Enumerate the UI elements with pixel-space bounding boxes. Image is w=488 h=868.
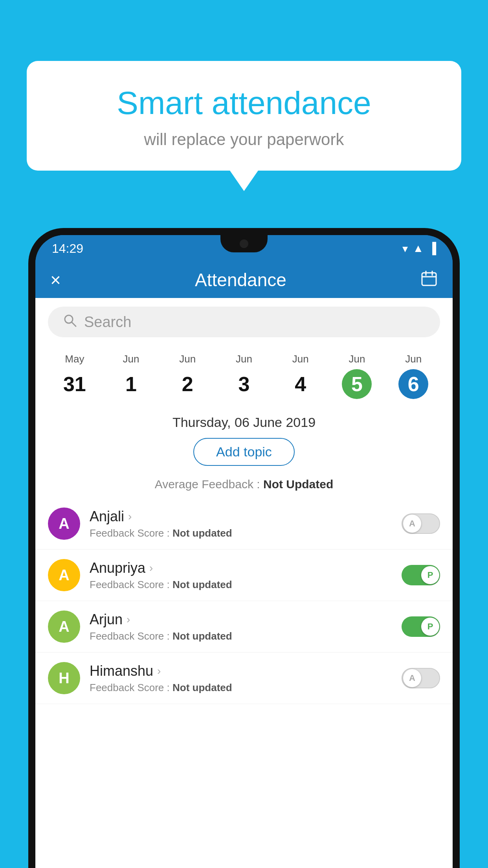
date-month: Jun	[103, 353, 160, 365]
speech-bubble: Smart attendance will replace your paper…	[27, 61, 461, 171]
student-avatar: A	[48, 611, 80, 643]
toggle-knob: P	[421, 566, 439, 584]
attendance-toggle[interactable]: P	[402, 565, 440, 585]
calendar-icon[interactable]	[420, 270, 438, 291]
student-score: Feedback Score : Not updated	[90, 579, 392, 591]
student-info: Arjun›Feedback Score : Not updated	[90, 611, 392, 642]
date-month: Jun	[159, 353, 216, 365]
avg-feedback-label: Average Feedback :	[155, 478, 263, 491]
date-cell[interactable]: Jun1	[103, 353, 160, 399]
battery-icon: ▐	[428, 242, 436, 255]
status-icons: ▾ ▲ ▐	[402, 242, 436, 255]
date-cell[interactable]: Jun3	[216, 353, 272, 399]
feedback-value: Not updated	[172, 579, 232, 590]
date-number[interactable]: 31	[60, 369, 90, 399]
toggle-knob: P	[421, 618, 439, 636]
app-title: Attendance	[73, 269, 409, 291]
avg-feedback-value: Not Updated	[263, 478, 333, 491]
toggle-wrap: A	[402, 668, 440, 688]
feedback-label: Feedback Score :	[90, 682, 172, 693]
toggle-knob: A	[403, 515, 421, 533]
date-number[interactable]: 3	[229, 369, 259, 399]
student-name-text: Anupriya	[90, 560, 145, 576]
svg-line-5	[72, 322, 76, 326]
chevron-right-icon: ›	[157, 665, 161, 677]
date-month: May	[46, 353, 103, 365]
feedback-label: Feedback Score :	[90, 579, 172, 590]
app-content: Search May31Jun1Jun2Jun3Jun4Jun5Jun6 Thu…	[35, 298, 453, 868]
date-cell[interactable]: Jun5	[329, 353, 385, 399]
toggle-wrap: A	[402, 513, 440, 534]
student-avatar: A	[48, 508, 80, 540]
feedback-label: Feedback Score :	[90, 630, 172, 642]
student-avatar: A	[48, 559, 80, 591]
chevron-right-icon: ›	[127, 613, 130, 626]
date-cell[interactable]: Jun6	[385, 353, 442, 399]
date-number[interactable]: 2	[172, 369, 202, 399]
student-score: Feedback Score : Not updated	[90, 630, 392, 642]
app-header: × Attendance	[35, 262, 453, 298]
student-avatar: H	[48, 662, 80, 694]
bubble-title: Smart attendance	[46, 85, 442, 121]
date-month: Jun	[272, 353, 329, 365]
phone-inner: 14:29 ▾ ▲ ▐ × Attendance	[35, 235, 453, 868]
student-score: Feedback Score : Not updated	[90, 527, 392, 539]
svg-rect-0	[422, 273, 436, 285]
chevron-right-icon: ›	[149, 562, 153, 574]
attendance-toggle[interactable]: A	[402, 668, 440, 688]
add-topic-button[interactable]: Add topic	[193, 438, 295, 466]
student-info: Anjali›Feedback Score : Not updated	[90, 508, 392, 539]
student-name: Anjali›	[90, 508, 392, 525]
notch	[220, 235, 268, 252]
bubble-subtitle: will replace your paperwork	[46, 130, 442, 149]
student-name: Arjun›	[90, 611, 392, 628]
student-name-text: Himanshu	[90, 663, 153, 679]
date-month: Jun	[216, 353, 272, 365]
status-time: 14:29	[52, 241, 83, 256]
date-month: Jun	[385, 353, 442, 365]
chevron-right-icon: ›	[128, 510, 132, 523]
student-name-text: Anjali	[90, 508, 124, 525]
date-number[interactable]: 4	[286, 369, 316, 399]
search-placeholder: Search	[84, 314, 131, 331]
attendance-toggle[interactable]: A	[402, 513, 440, 534]
feedback-value: Not updated	[172, 630, 232, 642]
speech-bubble-container: Smart attendance will replace your paper…	[27, 61, 461, 171]
student-info: Anupriya›Feedback Score : Not updated	[90, 560, 392, 591]
toggle-knob: A	[403, 669, 421, 687]
status-bar: 14:29 ▾ ▲ ▐	[35, 235, 453, 262]
signal-icon: ▲	[413, 242, 424, 255]
date-number[interactable]: 6	[398, 369, 428, 399]
student-info: Himanshu›Feedback Score : Not updated	[90, 663, 392, 694]
search-container: Search	[35, 298, 453, 346]
feedback-value: Not updated	[172, 682, 232, 693]
student-item[interactable]: AArjun›Feedback Score : Not updatedP	[35, 601, 453, 653]
student-name: Anupriya›	[90, 560, 392, 576]
notch-camera	[240, 239, 248, 248]
search-bar[interactable]: Search	[48, 307, 440, 337]
date-month: Jun	[329, 353, 385, 365]
close-button[interactable]: ×	[50, 269, 61, 291]
date-cell[interactable]: May31	[46, 353, 103, 399]
avg-feedback: Average Feedback : Not Updated	[35, 474, 453, 498]
selected-date: Thursday, 06 June 2019	[35, 406, 453, 435]
student-item[interactable]: AAnjali›Feedback Score : Not updatedA	[35, 498, 453, 550]
student-item[interactable]: AAnupriya›Feedback Score : Not updatedP	[35, 550, 453, 601]
date-cell[interactable]: Jun2	[159, 353, 216, 399]
date-number[interactable]: 5	[342, 369, 372, 399]
calendar-row: May31Jun1Jun2Jun3Jun4Jun5Jun6	[35, 346, 453, 406]
feedback-label: Feedback Score :	[90, 527, 172, 539]
student-name-text: Arjun	[90, 611, 123, 628]
wifi-icon: ▾	[402, 242, 408, 255]
phone-frame: 14:29 ▾ ▲ ▐ × Attendance	[28, 228, 460, 868]
attendance-toggle[interactable]: P	[402, 616, 440, 637]
date-number[interactable]: 1	[116, 369, 146, 399]
date-cell[interactable]: Jun4	[272, 353, 329, 399]
student-score: Feedback Score : Not updated	[90, 682, 392, 694]
student-item[interactable]: HHimanshu›Feedback Score : Not updatedA	[35, 653, 453, 704]
toggle-wrap: P	[402, 565, 440, 585]
feedback-value: Not updated	[172, 527, 232, 539]
student-name: Himanshu›	[90, 663, 392, 679]
toggle-wrap: P	[402, 616, 440, 637]
search-icon	[63, 313, 77, 331]
